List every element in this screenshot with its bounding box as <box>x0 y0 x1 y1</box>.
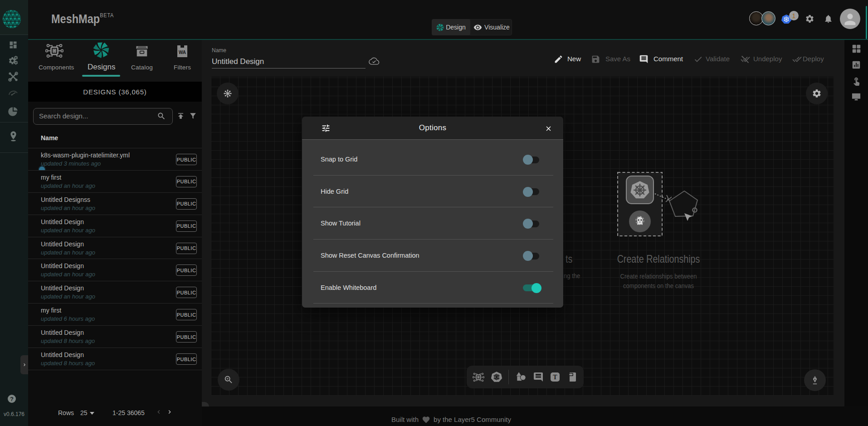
svg-text:T: T <box>553 374 558 381</box>
svg-text:WA: WA <box>179 50 186 55</box>
